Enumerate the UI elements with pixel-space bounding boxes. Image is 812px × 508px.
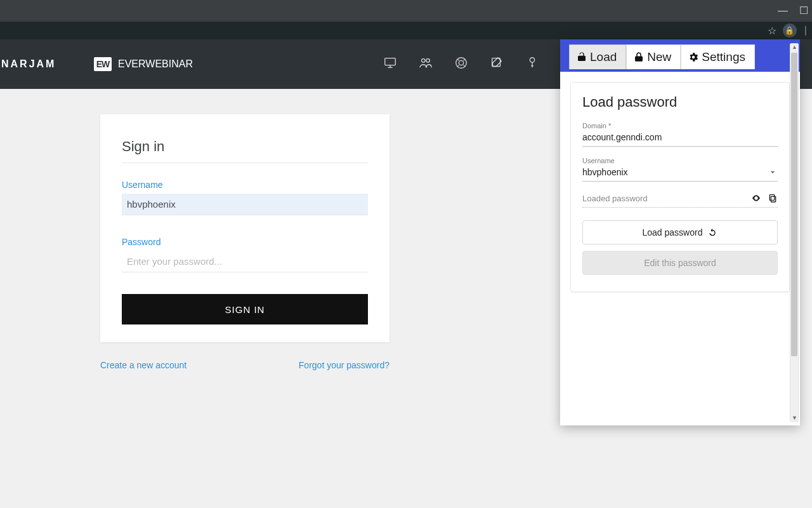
extension-lock-icon[interactable]: 🔒 (783, 23, 797, 37)
bookmark-star-icon[interactable]: ☆ (768, 25, 776, 37)
pm-username-select[interactable]: hbvphoenix (582, 166, 778, 182)
forgot-password-link[interactable]: Forgot your password? (299, 360, 390, 370)
key-icon[interactable] (525, 56, 539, 72)
domain-value: account.genndi.com (582, 132, 662, 142)
toolbar-separator: | (803, 25, 807, 36)
tab-load[interactable]: Load (569, 44, 626, 69)
load-password-button-label: Load password (643, 227, 703, 237)
svg-point-1 (422, 59, 426, 63)
eye-icon[interactable] (751, 193, 761, 203)
browser-toolbar: ☆ 🔒 | (0, 22, 812, 39)
domain-input[interactable]: account.genndi.com (582, 131, 778, 147)
edit-password-button: Edit this password (582, 251, 778, 275)
loaded-password-label: Loaded password (582, 194, 648, 203)
password-manager-popup: Load New Settings Load password Domain *… (560, 39, 800, 425)
everwebinar-logo-icon: EW (94, 57, 112, 71)
tab-settings-label: Settings (702, 50, 745, 64)
popup-scrollbar[interactable]: ▲ ▼ (790, 43, 799, 422)
load-password-title: Load password (582, 94, 778, 110)
svg-point-2 (426, 59, 430, 63)
create-account-link[interactable]: Create a new account (100, 360, 187, 370)
svg-point-6 (530, 58, 534, 62)
tab-new[interactable]: New (626, 44, 681, 69)
chevron-down-icon (768, 167, 778, 177)
svg-rect-8 (769, 195, 774, 201)
refresh-icon (707, 227, 717, 237)
load-password-card: Load password Domain * account.genndi.co… (570, 82, 790, 292)
scroll-up-arrow-icon[interactable]: ▲ (792, 44, 797, 50)
load-password-button[interactable]: Load password (582, 220, 778, 244)
pm-username-value: hbvphoenix (582, 167, 628, 177)
compose-icon[interactable] (490, 56, 504, 72)
password-label: Password (122, 237, 368, 247)
copy-icon[interactable] (768, 193, 778, 203)
window-titlebar: — ☐ (0, 0, 812, 22)
popup-body: Load password Domain * account.genndi.co… (560, 72, 800, 425)
window-maximize-button[interactable]: ☐ (799, 6, 808, 16)
signin-divider (122, 163, 368, 163)
pm-username-label: Username (582, 157, 778, 164)
domain-label: Domain * (582, 122, 778, 130)
password-input[interactable] (122, 251, 368, 272)
username-input[interactable] (122, 194, 368, 215)
people-icon[interactable] (419, 56, 433, 72)
monitor-icon[interactable] (383, 56, 397, 72)
signin-button[interactable]: SIGN IN (122, 294, 368, 324)
unlock-icon (576, 51, 587, 63)
signin-card: Sign in Username Password SIGN IN (100, 114, 390, 342)
tab-new-label: New (647, 50, 671, 64)
svg-point-4 (459, 60, 463, 65)
brand-webinarjam[interactable]: NARJAM (0, 58, 57, 70)
brand-everwebinar[interactable]: EW EVERWEBINAR (94, 57, 193, 71)
loaded-password-row: Loaded password (582, 192, 778, 208)
svg-rect-7 (771, 196, 775, 202)
tab-settings[interactable]: Settings (681, 44, 755, 69)
scroll-thumb[interactable] (791, 53, 797, 356)
signin-title: Sign in (122, 138, 368, 155)
tab-load-label: Load (590, 50, 617, 64)
window-minimize-button[interactable]: — (778, 6, 788, 16)
lifebuoy-icon[interactable] (454, 56, 468, 72)
scroll-down-arrow-icon[interactable]: ▼ (792, 415, 797, 421)
popup-tabs: Load New Settings (560, 39, 800, 69)
lock-icon (633, 51, 645, 63)
gear-icon (688, 51, 699, 63)
edit-password-button-label: Edit this password (644, 258, 716, 268)
everwebinar-brand-text: EVERWEBINAR (118, 58, 193, 70)
username-label: Username (122, 180, 368, 190)
svg-rect-0 (385, 58, 396, 65)
signin-links-row: Create a new account Forgot your passwor… (100, 342, 390, 370)
